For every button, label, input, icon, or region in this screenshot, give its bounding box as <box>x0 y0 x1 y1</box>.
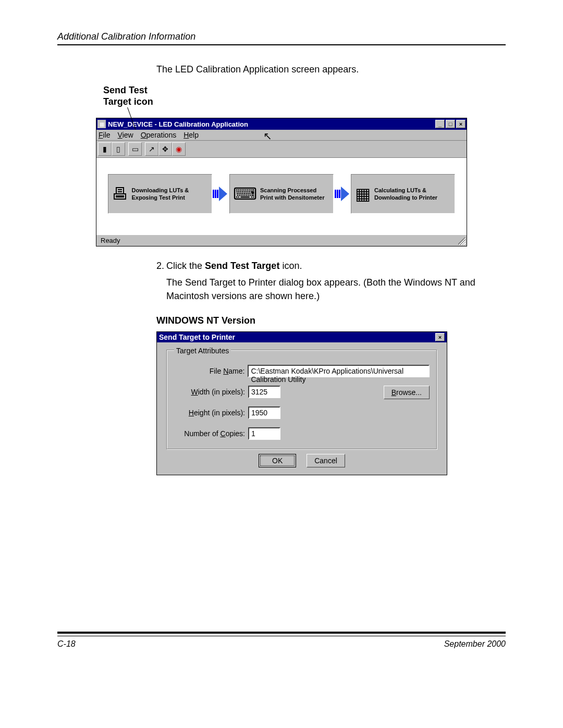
status-bar: Ready <box>96 235 467 246</box>
menu-view[interactable]: View <box>118 131 133 139</box>
menu-bar: File View Operations Help ↖ <box>96 130 467 141</box>
workflow-step-1: 🖶 Downloading LUTs & Exposing Test Print <box>108 174 212 214</box>
instr-line1c: icon. <box>279 261 302 271</box>
scanner-icon: ⌨ <box>233 178 257 209</box>
ok-button[interactable]: OK <box>259 454 296 467</box>
copies-input[interactable]: 1 <box>248 427 280 440</box>
instr-line1a: Click the <box>166 261 205 271</box>
app-icon: ▦ <box>97 120 106 128</box>
dialog-button-row: OK Cancel <box>166 454 437 467</box>
label-height: Height (in pixels): <box>174 409 245 417</box>
send-test-target-button[interactable]: ✥ <box>158 142 172 156</box>
row-copies: Number of Copies: 1 <box>174 427 430 440</box>
led-calibration-app-window: ▦ NEW_DEVICE - LED Calibration Applicati… <box>96 118 467 246</box>
instr-line1b: Send Test Target <box>205 261 279 271</box>
row-width: Width (in pixels): 3125 Browse... <box>174 386 430 398</box>
title-bar: ▦ NEW_DEVICE - LED Calibration Applicati… <box>96 118 467 130</box>
page-date: September 2000 <box>444 639 506 649</box>
filename-input[interactable]: C:\Eastman Kodak\KPro Applications\Unive… <box>248 365 430 377</box>
minimize-button[interactable]: _ <box>435 120 445 128</box>
label-copies: Number of Copies: <box>174 429 245 438</box>
height-input[interactable]: 1950 <box>248 406 280 419</box>
status-text: Ready <box>101 237 120 244</box>
resize-grip-icon[interactable] <box>458 238 466 245</box>
step3-text: Calculating LUTs & Downloading to Printe… <box>374 187 451 201</box>
browse-button[interactable]: Browse... <box>384 386 430 399</box>
page-header: Additional Calibration Information <box>57 31 506 42</box>
target-attributes-group: Target Attributes File Name: C:\Eastman … <box>166 350 437 450</box>
dialog-title-text: Send Target to Printer <box>159 333 235 341</box>
page-footer: C-18 September 2000 <box>57 632 506 649</box>
workflow-area: 🖶 Downloading LUTs & Exposing Test Print… <box>96 158 467 235</box>
cancel-button[interactable]: Cancel <box>307 454 345 467</box>
page-number: C-18 <box>57 639 76 649</box>
calculator-icon: ▦ <box>354 178 371 209</box>
callout-label-line2: Target icon <box>103 96 153 107</box>
arrow-2-icon <box>335 187 350 201</box>
maximize-button[interactable]: □ <box>446 120 455 128</box>
label-filename: File Name: <box>174 367 244 375</box>
arrow-1-icon <box>213 187 228 201</box>
callout: Send Test Target icon <box>103 84 506 118</box>
target-icon: ✥ <box>162 145 168 153</box>
menu-file[interactable]: File <box>99 131 111 139</box>
toolbar-btn-record[interactable]: ◉ <box>172 142 186 156</box>
chart-icon: ↗ <box>149 145 155 153</box>
close-button[interactable]: × <box>456 120 466 128</box>
section-heading: WINDOWS NT Version <box>156 315 506 326</box>
dialog-title-bar: Send Target to Printer × <box>157 332 447 342</box>
header-rule <box>57 44 506 45</box>
dialog-close-button[interactable]: × <box>435 333 445 341</box>
cursor-icon: ↖ <box>263 130 272 142</box>
toolbar-btn-2[interactable]: ▯ <box>112 142 125 156</box>
gauge-icon: ▮ <box>103 145 107 153</box>
window-title: NEW_DEVICE - LED Calibration Application <box>108 120 434 128</box>
fieldset-legend: Target Attributes <box>174 347 231 355</box>
instruction-block: 2. Click the Send Test Target icon. The … <box>156 259 506 303</box>
page-icon: ▭ <box>132 145 139 153</box>
toolbar-btn-graph[interactable]: ↗ <box>145 142 158 156</box>
width-input[interactable]: 3125 <box>248 386 280 398</box>
gauge2-icon: ▯ <box>116 145 120 153</box>
callout-label: Send Test Target icon <box>103 84 153 107</box>
toolbar-btn-1[interactable]: ▮ <box>98 142 112 156</box>
footer-rule-thin <box>57 636 506 636</box>
printer-icon: 🖶 <box>112 178 129 209</box>
callout-label-line1: Send Test <box>103 85 148 95</box>
step1-text: Downloading LUTs & Exposing Test Print <box>131 187 208 201</box>
toolbar: ▮ ▯ ▭ ↗ ✥ ◉ <box>96 141 467 158</box>
footer-rule-thick <box>57 632 506 634</box>
send-target-dialog: Send Target to Printer × Target Attribut… <box>156 331 447 475</box>
menu-operations[interactable]: Operations <box>141 131 176 139</box>
workflow-step-3: ▦ Calculating LUTs & Downloading to Prin… <box>351 174 455 214</box>
step2-text: Scanning Processed Print with Densitomet… <box>260 187 330 201</box>
intro-text: The LED Calibration Application screen a… <box>156 64 506 75</box>
menu-help[interactable]: Help <box>183 131 199 139</box>
workflow-step-2: ⌨ Scanning Processed Print with Densitom… <box>229 174 334 214</box>
row-height: Height (in pixels): 1950 <box>174 406 430 419</box>
label-width: Width (in pixels): <box>174 388 245 396</box>
record-icon: ◉ <box>176 145 182 153</box>
row-filename: File Name: C:\Eastman Kodak\KPro Applica… <box>174 365 430 377</box>
toolbar-btn-3[interactable]: ▭ <box>128 142 142 156</box>
instr-line2: The Send Target to Printer dialog box ap… <box>166 276 506 303</box>
step-number: 2. <box>156 259 166 303</box>
